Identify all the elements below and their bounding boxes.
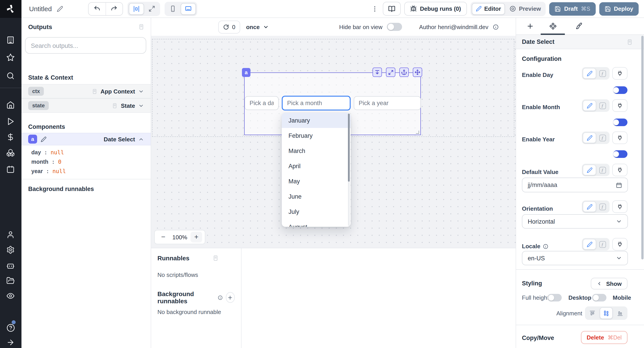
desktop-view-button[interactable] (181, 3, 196, 14)
align-top-button[interactable] (586, 307, 599, 319)
tab-theme-styling[interactable] (575, 22, 582, 30)
collapse-rail-button[interactable] (6, 338, 15, 347)
redo-button[interactable] (106, 2, 122, 15)
undo-button[interactable] (88, 2, 106, 15)
connect-button[interactable] (612, 67, 628, 80)
variables-button[interactable] (6, 133, 15, 141)
expression-editor-button[interactable]: ƒ (596, 201, 609, 212)
hide-bar-toggle[interactable] (387, 23, 402, 31)
expand-handle[interactable] (386, 68, 395, 77)
outputs-doc-icon[interactable] (138, 24, 144, 30)
full-height-toggle[interactable] (548, 294, 562, 302)
home-button[interactable] (6, 101, 15, 109)
center-layout-button[interactable] (129, 3, 144, 14)
static-editor-button[interactable] (583, 164, 596, 175)
docs-button[interactable] (383, 2, 401, 16)
chevron-down-icon[interactable] (138, 88, 144, 94)
schedule-dropdown[interactable]: once (246, 24, 268, 30)
connect-button[interactable] (612, 238, 628, 250)
prop-day[interactable]: day:null (31, 148, 66, 157)
zoom-in-button[interactable]: + (190, 232, 202, 242)
month-option[interactable]: February (282, 128, 350, 143)
edit-pencil-icon[interactable] (41, 136, 46, 142)
resources-button[interactable] (6, 148, 15, 157)
folders-button[interactable] (6, 276, 15, 285)
expression-editor-button[interactable]: ƒ (596, 100, 609, 111)
add-background-runnable-button[interactable] (226, 292, 235, 303)
move-handle[interactable] (413, 68, 422, 77)
settings-scrollbar-thumb[interactable] (641, 36, 643, 260)
info-icon[interactable] (218, 294, 222, 300)
zoom-out-button[interactable]: − (158, 232, 169, 242)
audit-logs-button[interactable] (6, 292, 15, 300)
chevron-up-icon[interactable] (138, 136, 144, 142)
tab-preview[interactable]: Preview (506, 3, 544, 14)
expand-down-handle[interactable] (372, 68, 382, 77)
show-styling-button[interactable]: Show (591, 278, 628, 290)
pick-year-input[interactable] (354, 96, 421, 110)
chevron-down-icon[interactable] (138, 103, 144, 108)
month-option[interactable]: August (282, 219, 350, 227)
tab-component-settings[interactable] (549, 22, 557, 30)
users-button[interactable] (6, 230, 15, 239)
prop-year[interactable]: year:null (31, 166, 66, 176)
expression-editor-button[interactable]: ƒ (596, 132, 609, 143)
locale-select[interactable]: en-US (522, 251, 628, 265)
debug-runs-button[interactable]: Debug runs (0) (404, 2, 467, 16)
month-option[interactable]: January (282, 113, 350, 128)
component-list-item[interactable]: a Date Select (22, 133, 151, 145)
month-option[interactable]: March (282, 143, 350, 158)
month-option[interactable]: July (282, 204, 350, 219)
month-option[interactable]: May (282, 174, 350, 189)
runs-button[interactable] (6, 117, 15, 126)
static-editor-button[interactable] (583, 239, 596, 250)
enable-month-toggle[interactable] (613, 118, 628, 126)
ctx-row[interactable]: ctx App Context (22, 84, 151, 98)
canvas-grid-area[interactable]: a January February March April May June … (151, 36, 516, 248)
prop-month[interactable]: month:0 (31, 157, 66, 166)
more-menu-button[interactable] (370, 5, 379, 12)
refresh-button[interactable]: 0 (218, 20, 240, 33)
state-row[interactable]: state State (22, 98, 151, 113)
static-editor-button[interactable] (583, 201, 596, 212)
static-editor-button[interactable] (583, 132, 596, 143)
info-icon[interactable] (543, 244, 548, 249)
favorites-button[interactable] (6, 53, 15, 62)
static-editor-button[interactable] (583, 100, 596, 111)
settings-button[interactable] (6, 246, 15, 254)
rename-pencil-icon[interactable] (57, 6, 63, 12)
search-button[interactable] (6, 72, 15, 80)
fullscreen-layout-button[interactable] (145, 3, 159, 14)
enable-year-toggle[interactable] (613, 150, 628, 158)
static-editor-button[interactable] (583, 68, 596, 79)
tab-editor[interactable]: Editor (472, 3, 505, 14)
info-icon[interactable] (493, 24, 499, 30)
help-button[interactable] (6, 324, 15, 332)
month-option[interactable]: April (282, 158, 350, 174)
anchor-handle[interactable] (399, 68, 409, 77)
align-center-button[interactable] (600, 307, 613, 319)
tab-insert-component[interactable] (526, 22, 534, 30)
runnables-doc-icon[interactable] (212, 255, 219, 261)
dropdown-scrollbar-thumb[interactable] (348, 114, 350, 182)
default-value-input[interactable]: jj/mm/aaaa (522, 178, 628, 192)
expression-editor-button[interactable]: ƒ (596, 68, 609, 79)
connect-button[interactable] (612, 164, 628, 176)
month-option[interactable]: June (282, 189, 350, 204)
expression-editor-button[interactable]: ƒ (596, 164, 609, 175)
desktop-mobile-toggle[interactable] (592, 294, 606, 302)
workers-button[interactable] (6, 261, 15, 270)
resize-corner-handle[interactable] (416, 130, 419, 134)
connect-button[interactable] (612, 99, 628, 112)
calendar-icon[interactable] (616, 182, 622, 188)
enable-day-toggle[interactable] (613, 86, 628, 94)
pick-month-input[interactable] (282, 96, 350, 110)
pick-day-input[interactable] (245, 96, 278, 110)
connect-button[interactable] (612, 132, 628, 144)
align-bottom-button[interactable] (614, 307, 626, 319)
mobile-view-button[interactable] (166, 3, 180, 14)
draft-button[interactable]: Draft ⌘S (550, 2, 596, 16)
expression-editor-button[interactable]: ƒ (596, 239, 609, 250)
connect-button[interactable] (612, 200, 628, 213)
orientation-select[interactable]: Horizontal (522, 214, 628, 228)
